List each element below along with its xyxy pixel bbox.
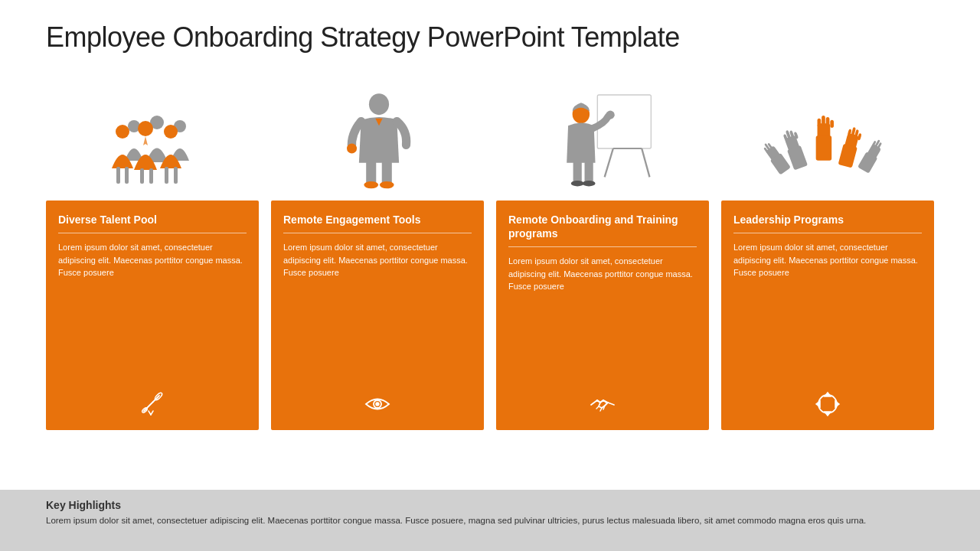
svg-point-4 [138, 121, 153, 136]
svg-rect-30 [818, 119, 822, 127]
footer-section: Key Highlights Lorem ipsum dolor sit ame… [0, 490, 980, 551]
card-body-1: Lorem ipsum dolor sit amet, consectetuer… [58, 241, 247, 381]
svg-point-27 [583, 181, 596, 186]
title-section: Employee Onboarding Strategy PowerPoint … [0, 0, 980, 61]
svg-rect-13 [366, 161, 376, 184]
card-divider-2 [283, 233, 472, 233]
svg-rect-8 [140, 168, 144, 184]
svg-point-63 [376, 403, 379, 406]
svg-marker-67 [816, 401, 820, 407]
illustration-person [295, 77, 463, 191]
card-remote-onboarding: Remote Onboarding and Training programs … [496, 201, 709, 430]
svg-rect-10 [165, 167, 168, 184]
card-divider-3 [508, 246, 697, 247]
card-title-3: Remote Onboarding and Training programs [508, 213, 697, 240]
svg-line-20 [642, 148, 649, 177]
svg-point-5 [164, 125, 178, 139]
card-icon-handshake [508, 389, 697, 419]
card-divider-4 [733, 233, 922, 233]
card-icon-recycle [733, 389, 922, 419]
svg-point-26 [571, 181, 584, 186]
card-title-4: Leadership Programs [733, 213, 922, 227]
svg-point-15 [364, 181, 378, 188]
svg-rect-11 [174, 167, 178, 184]
card-icon-eye [283, 389, 472, 419]
card-body-4: Lorem ipsum dolor sit amet, consectetuer… [733, 241, 922, 381]
footer-title: Key Highlights [46, 499, 934, 511]
card-title-2: Remote Engagement Tools [283, 213, 472, 227]
svg-line-56 [144, 402, 153, 411]
card-title-1: Diverse Talent Pool [58, 213, 247, 227]
main-container: Employee Onboarding Strategy PowerPoint … [0, 0, 980, 551]
svg-rect-7 [125, 167, 129, 184]
svg-marker-65 [835, 401, 839, 407]
svg-point-23 [606, 111, 615, 119]
illustration-fists [739, 77, 907, 191]
svg-rect-6 [116, 167, 120, 184]
svg-point-12 [369, 93, 389, 115]
svg-rect-31 [822, 116, 825, 126]
svg-rect-41 [838, 144, 858, 168]
card-remote-engagement: Remote Engagement Tools Lorem ipsum dolo… [271, 201, 484, 430]
svg-line-61 [151, 411, 153, 415]
cards-row: Diverse Talent Pool Lorem ipsum dolor si… [0, 191, 980, 490]
footer-text: Lorem ipsum dolor sit amet, consectetuer… [46, 514, 934, 527]
illustrations-row [0, 69, 980, 191]
svg-line-60 [149, 411, 151, 415]
svg-marker-66 [825, 412, 831, 416]
card-body-3: Lorem ipsum dolor sit amet, consectetuer… [508, 255, 697, 381]
svg-marker-64 [825, 393, 831, 396]
card-leadership: Leadership Programs Lorem ipsum dolor si… [721, 201, 934, 430]
svg-rect-35 [787, 145, 808, 171]
svg-rect-9 [149, 168, 153, 184]
illustration-group [73, 77, 241, 191]
svg-rect-14 [382, 161, 392, 184]
svg-point-16 [380, 181, 394, 188]
page-title: Employee Onboarding Strategy PowerPoint … [46, 21, 934, 54]
svg-rect-29 [816, 135, 832, 161]
illustration-presenter [517, 77, 685, 191]
svg-line-19 [605, 148, 613, 177]
card-divider-1 [58, 233, 247, 233]
card-icon-telescope [58, 389, 247, 419]
svg-rect-24 [573, 161, 582, 183]
card-diverse-talent: Diverse Talent Pool Lorem ipsum dolor si… [46, 201, 259, 430]
svg-point-3 [116, 125, 129, 139]
svg-rect-25 [585, 161, 593, 183]
svg-rect-32 [826, 117, 830, 126]
card-body-2: Lorem ipsum dolor sit amet, consectetuer… [283, 241, 472, 381]
svg-rect-33 [830, 120, 834, 128]
svg-point-17 [347, 143, 357, 153]
